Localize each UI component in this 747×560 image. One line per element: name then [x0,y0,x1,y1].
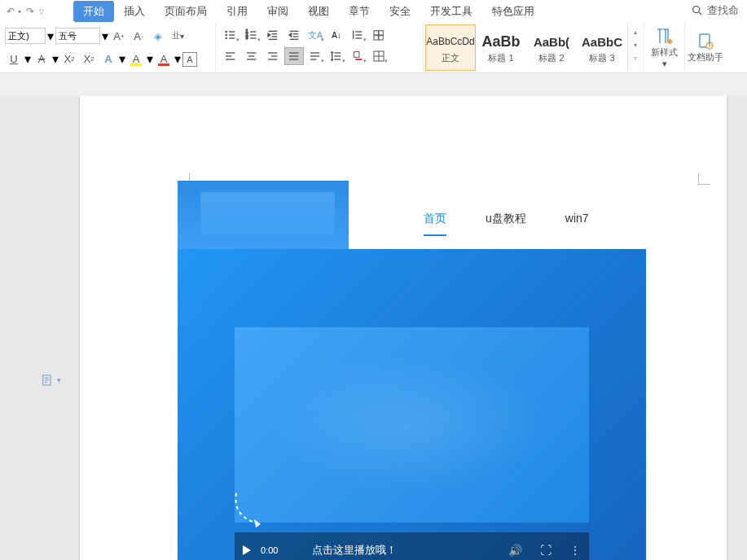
hero-backdrop [251,343,573,506]
font-color-button[interactable]: A [155,50,173,68]
borders-button[interactable]: ▾ [369,47,389,65]
new-style-label: 新样式 [651,46,678,59]
qat-more[interactable]: ▽ [39,8,44,15]
sort-button[interactable]: A↓ [327,26,346,44]
tab-reference[interactable]: 引用 [217,1,257,22]
grow-font-button[interactable]: A+ [110,27,128,45]
font-size-caret[interactable]: ▾ [102,28,108,44]
tab-layout[interactable]: 页面布局 [155,1,217,22]
new-style-icon [655,27,674,46]
document-area: ▾ 首页 u盘教程 win7 [0,96,747,560]
web-tab-usb[interactable]: u盘教程 [486,212,526,236]
decrease-indent-button[interactable] [263,26,283,44]
shading-button[interactable]: ▾ [348,47,367,65]
svg-marker-18 [268,33,270,37]
assistant-label: 文档助手 [688,51,723,63]
highlight-button[interactable]: A [127,50,145,68]
search-command[interactable]: 查找命 [691,3,739,18]
style-heading2[interactable]: AaBb( 标题 2 [526,24,577,71]
number-list-button[interactable]: 123▾ [242,26,261,44]
video-controls: 0:00 点击这里播放哦！ 🔊 ⛶ ⋮ [235,532,589,560]
align-right-button[interactable] [263,47,283,65]
style-label: 标题 3 [589,52,614,64]
style-preview: AaBbC [582,31,622,52]
doc-assistant-button[interactable]: 文档助手 [685,23,726,72]
svg-rect-28 [374,31,378,35]
redo-button[interactable]: ↷ [26,6,34,17]
web-navbar: 首页 u盘教程 win7 [178,181,646,249]
more-icon[interactable]: ⋮ [569,544,581,557]
style-preview: AaBbCcDd [426,31,474,52]
undo-button[interactable]: ↶▾ [7,6,21,17]
volume-icon[interactable]: 🔊 [508,544,522,557]
underline-button[interactable]: U [5,50,23,68]
char-border-button[interactable]: A [182,52,197,67]
style-heading3[interactable]: AaBbC 标题 3 [577,24,627,71]
play-button[interactable] [243,545,251,555]
style-preview: AaBb( [534,31,569,52]
hero-video-frame[interactable] [235,327,589,523]
chevron-down-icon: ▾ [57,376,61,384]
site-logo[interactable] [178,181,349,249]
embedded-web-content: 首页 u盘教程 win7 0:00 点击这里播放哦！ 🔊 [178,181,646,560]
ribbon-font-group: ▾ ▾ A+ A- ◈ 㐀▾ U▾ A▾ X2 X2 A▾ A▾ A▾ A [0,23,216,72]
style-scroll-down-icon[interactable]: ▾ [634,42,637,55]
font-family-select[interactable] [5,28,46,44]
new-style-button[interactable]: 新样式▾ [644,23,685,72]
svg-point-4 [226,34,226,35]
strike-button[interactable]: A [33,50,51,68]
tab-special[interactable]: 特色应用 [482,1,544,22]
page-icon [41,373,54,387]
font-size-select[interactable] [55,28,100,44]
svg-marker-23 [289,33,292,37]
align-center-button[interactable] [242,47,261,65]
menu-tab-bar: 开始 插入 页面布局 引用 审阅 视图 章节 安全 开发工具 特色应用 查找命 [49,0,747,23]
line-spacing-button[interactable]: ▾ [327,47,346,65]
style-gallery-expand-icon[interactable]: ▿ [634,55,637,68]
web-tab-home[interactable]: 首页 [424,212,446,236]
svg-rect-31 [379,36,383,40]
text-effect-button[interactable]: A [99,50,117,68]
tab-review[interactable]: 审阅 [257,1,298,22]
increase-indent-button[interactable] [284,26,304,44]
tab-insert[interactable]: 插入 [114,1,155,22]
style-heading1[interactable]: AaBb 标题 1 [476,24,526,71]
search-label: 查找命 [707,3,739,18]
margin-marks [178,161,629,162]
align-justify-button[interactable] [284,47,304,65]
shrink-font-button[interactable]: A- [130,27,147,45]
logo-inner [200,192,335,234]
document-page[interactable]: 首页 u盘教程 win7 0:00 点击这里播放哦！ 🔊 [80,96,727,560]
tab-view[interactable]: 视图 [298,1,339,22]
style-normal[interactable]: AaBbCcDd 正文 [425,24,476,71]
arrow-doodle-icon [228,485,285,531]
web-tab-win7[interactable]: win7 [565,212,589,236]
ribbon-paragraph-group: ▾ 123▾ 文A▾ A↓ ▾ ▾ ▾ ▾ ▾ [216,23,424,72]
bullet-list-button[interactable]: ▾ [221,26,240,44]
fullscreen-icon[interactable]: ⛶ [540,544,551,557]
clear-format-button[interactable]: ◈ [149,27,167,45]
align-left-button[interactable] [221,47,240,65]
style-scroll-up-icon[interactable]: ▴ [634,28,637,42]
text-direction-button[interactable]: 文A▾ [305,26,325,44]
tab-chapter[interactable]: 章节 [339,1,380,22]
svg-point-6 [226,37,226,38]
phonetic-button[interactable]: 㐀▾ [169,27,187,45]
floating-insert-button[interactable]: ▾ [41,373,61,387]
hero-banner: 0:00 点击这里播放哦！ 🔊 ⛶ ⋮ [178,249,646,560]
svg-point-0 [693,7,700,13]
line-spacing-pre-button[interactable]: ▾ [348,26,367,44]
style-preview: AaBb [481,31,520,52]
tab-start[interactable]: 开始 [73,1,114,22]
svg-rect-29 [379,31,383,35]
superscript-button[interactable]: X2 [60,50,78,68]
distribute-button[interactable]: ▾ [305,47,325,65]
style-scroll[interactable]: ▴ ▾ ▿ [627,24,642,71]
subscript-button[interactable]: X2 [80,50,98,68]
show-marks-button[interactable] [369,26,389,44]
tab-security[interactable]: 安全 [380,1,420,22]
tab-devtools[interactable]: 开发工具 [420,1,482,22]
svg-line-1 [699,12,701,15]
style-label: 标题 2 [538,52,564,64]
font-family-caret[interactable]: ▾ [47,28,54,44]
